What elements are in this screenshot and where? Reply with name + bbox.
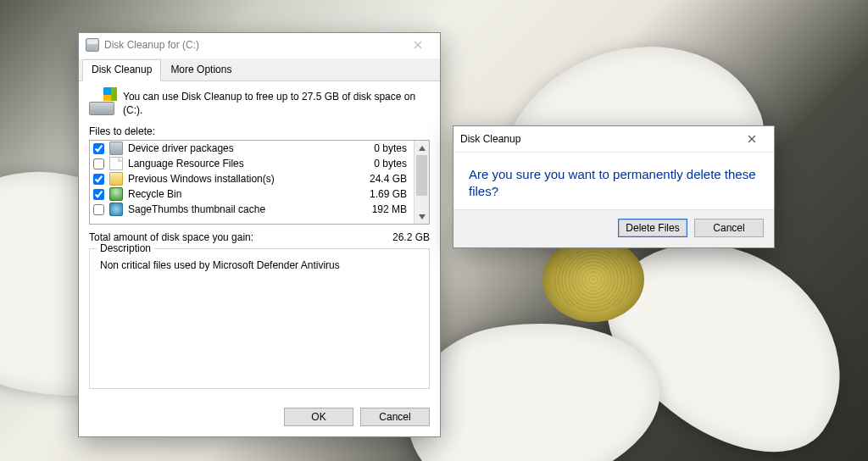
item-name: Recycle Bin: [128, 188, 351, 200]
item-name: Device driver packages: [128, 142, 351, 154]
confirm-message: Are you sure you want to permanently del…: [469, 166, 759, 201]
item-size: 192 MB: [356, 203, 410, 215]
item-name: SageThumbs thumbnail cache: [128, 203, 351, 215]
item-checkbox[interactable]: [93, 204, 104, 215]
decorative-flower-center: [542, 237, 644, 322]
item-size: 24.4 GB: [356, 173, 410, 185]
list-item[interactable]: Recycle Bin1.69 GB: [90, 186, 414, 202]
titlebar[interactable]: Disk Cleanup: [453, 126, 774, 153]
cancel-button[interactable]: Cancel: [694, 219, 764, 237]
disk-cleanup-dialog: Disk Cleanup for (C:) Disk Cleanup More …: [78, 32, 441, 437]
scroll-up-button[interactable]: [415, 141, 429, 155]
file-type-icon: [109, 187, 123, 201]
tab-disk-cleanup[interactable]: Disk Cleanup: [82, 59, 161, 81]
list-item[interactable]: SageThumbs thumbnail cache192 MB: [90, 202, 414, 217]
description-group: Description Non critical files used by M…: [89, 248, 430, 389]
description-heading: Description: [97, 242, 154, 254]
files-to-delete-label: Files to delete:: [89, 125, 430, 137]
delete-files-button[interactable]: Delete Files: [618, 219, 687, 237]
item-checkbox[interactable]: [93, 174, 104, 185]
list-item[interactable]: Previous Windows installation(s)24.4 GB: [90, 171, 414, 186]
intro-text: You can use Disk Cleanup to free up to 2…: [123, 90, 430, 117]
file-type-icon: [109, 172, 123, 186]
drive-icon: [86, 38, 99, 52]
close-button[interactable]: [737, 130, 767, 148]
scroll-down-button[interactable]: [415, 209, 429, 224]
file-type-icon: [109, 142, 123, 155]
tab-more-options[interactable]: More Options: [161, 59, 241, 81]
item-name: Language Resource Files: [128, 158, 351, 169]
scrollbar[interactable]: [414, 141, 429, 224]
item-checkbox[interactable]: [93, 189, 104, 200]
file-type-icon: [109, 203, 123, 216]
close-button[interactable]: [403, 36, 433, 54]
list-item[interactable]: Device driver packages0 bytes: [90, 141, 414, 156]
titlebar[interactable]: Disk Cleanup for (C:): [79, 33, 440, 57]
item-size: 1.69 GB: [356, 188, 410, 200]
total-label: Total amount of disk space you gain:: [89, 231, 253, 243]
window-title: Disk Cleanup: [460, 133, 737, 145]
ok-button[interactable]: OK: [284, 408, 353, 426]
window-title: Disk Cleanup for (C:): [104, 39, 403, 51]
file-type-icon: [109, 157, 123, 170]
item-checkbox[interactable]: [93, 158, 104, 169]
scrollbar-track[interactable]: [415, 155, 429, 209]
item-checkbox[interactable]: [93, 143, 104, 154]
desktop-background: Disk Cleanup for (C:) Disk Cleanup More …: [0, 0, 868, 461]
cancel-button[interactable]: Cancel: [360, 408, 430, 426]
tab-strip: Disk Cleanup More Options: [79, 58, 440, 81]
disk-cleanup-icon: [89, 90, 114, 115]
total-value: 26.2 GB: [392, 231, 430, 243]
item-size: 0 bytes: [356, 158, 410, 169]
list-item[interactable]: Language Resource Files0 bytes: [90, 156, 414, 171]
item-name: Previous Windows installation(s): [128, 173, 351, 185]
item-size: 0 bytes: [356, 142, 410, 154]
scrollbar-thumb[interactable]: [416, 155, 427, 196]
description-text: Non critical files used by Microsoft Def…: [97, 254, 422, 271]
files-listbox[interactable]: Device driver packages0 bytesLanguage Re…: [89, 140, 430, 225]
confirm-dialog: Disk Cleanup Are you sure you want to pe…: [453, 125, 775, 248]
